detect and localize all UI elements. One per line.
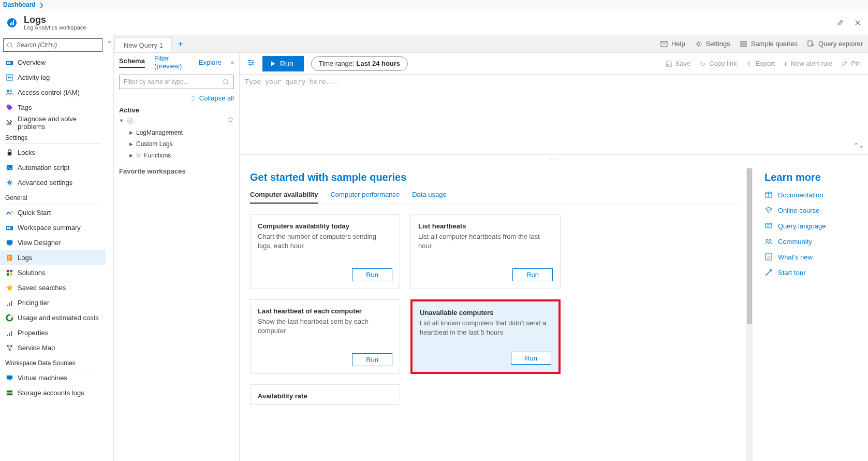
solutions-icon xyxy=(5,269,13,277)
time-range-value: Last 24 hours xyxy=(357,60,401,67)
sidebar-item-label: Access control (IAM) xyxy=(18,89,80,96)
sidebar-item-service-map[interactable]: Service Map xyxy=(0,340,106,355)
sidebar-item-label: Usage and estimated costs xyxy=(18,314,99,322)
learn-link-online-course[interactable]: Online course xyxy=(764,206,858,214)
workspace-icon xyxy=(5,16,19,30)
results-scrollbar[interactable] xyxy=(746,168,753,461)
page-title: Logs xyxy=(24,15,835,24)
svg-rect-26 xyxy=(7,305,8,306)
tab-new-query[interactable]: New Query 1 xyxy=(115,37,172,52)
learn-link-documentation[interactable]: Documentation xyxy=(764,191,858,199)
schema-tab-filter[interactable]: Filter (preview) xyxy=(154,54,189,70)
schema-tab-explore[interactable]: Explore xyxy=(199,59,222,66)
card-description: List all computer heartbeats from the la… xyxy=(418,232,553,251)
sidebar-collapse-icon[interactable]: « xyxy=(106,35,113,461)
svg-rect-20 xyxy=(8,244,10,246)
sidebar-item-logs[interactable]: Logs xyxy=(0,250,106,265)
favorite-star-icon[interactable] xyxy=(227,116,234,125)
card-run-button[interactable]: Run xyxy=(352,268,392,281)
sidebar-item-locks[interactable]: Locks xyxy=(0,145,106,160)
card-run-button[interactable]: Run xyxy=(511,352,551,365)
command-bar: Run Time range: Last 24 hours Save Copy … xyxy=(240,53,868,75)
sidebar-item-activity-log[interactable]: Activity log xyxy=(0,70,106,85)
schema-filter-input[interactable]: Filter by name or type... xyxy=(119,75,234,89)
sidebar-item-label: Workspace summary xyxy=(18,224,81,232)
sidebar-item-solutions[interactable]: Solutions xyxy=(0,265,106,280)
designer-icon xyxy=(5,239,13,247)
query-editor[interactable]: Type your query here... ⌃⌄ xyxy=(240,75,868,155)
svg-rect-25 xyxy=(10,273,12,276)
svg-point-50 xyxy=(250,64,252,66)
tab-data-usage[interactable]: Data usage xyxy=(412,191,447,204)
schema-node-custom-logs[interactable]: ▶Custom Logs xyxy=(119,138,234,150)
sidebar-item-label: Diagnose and solve problems xyxy=(18,115,106,131)
query-tabbar: New Query 1 + Help Settings Sample queri… xyxy=(114,35,868,53)
svg-rect-12 xyxy=(7,152,11,156)
close-icon[interactable] xyxy=(852,18,863,28)
sidebar-search-input[interactable]: Search (Ctrl+/) xyxy=(3,38,102,52)
pin-button[interactable]: Pin xyxy=(841,59,861,68)
svg-point-4 xyxy=(8,42,12,47)
query-explorer-link[interactable]: Query explorer xyxy=(807,40,863,48)
sidebar-item-pricing-tier[interactable]: Pricing tier xyxy=(0,295,106,310)
learn-link-community[interactable]: Community xyxy=(764,237,858,246)
sidebar-item-access-control-iam-[interactable]: Access control (IAM) xyxy=(0,85,106,100)
learn-link-what-s-new[interactable]: What's new xyxy=(764,253,858,261)
sidebar-item-tags[interactable]: Tags xyxy=(0,100,106,115)
new-alert-rule-button[interactable]: +New alert rule xyxy=(783,59,832,68)
sidebar-item-automation-script[interactable]: Automation script xyxy=(0,160,106,175)
sidebar-item-usage-and-estimated-costs[interactable]: Usage and estimated costs xyxy=(0,310,106,325)
time-range-label: Time range: xyxy=(319,60,355,67)
svg-rect-18 xyxy=(9,227,10,229)
svg-rect-32 xyxy=(11,331,12,336)
collapse-all-link[interactable]: Collapse all xyxy=(114,92,239,104)
learn-link-query-language[interactable]: Query language xyxy=(764,222,858,230)
breadcrumb-dashboard[interactable]: Dashboard xyxy=(3,1,36,8)
card-run-button[interactable]: Run xyxy=(352,353,392,366)
svg-rect-13 xyxy=(6,165,12,170)
tab-computer-availability[interactable]: Computer availability xyxy=(250,191,318,204)
run-button[interactable]: Run xyxy=(262,56,304,71)
tab-computer-performance[interactable]: Computer performance xyxy=(330,191,400,204)
settings-link[interactable]: Settings xyxy=(695,40,730,48)
page-subtitle: Log Analytics workspace xyxy=(24,24,835,31)
sidebar-item-label: Advanced settings xyxy=(18,179,72,186)
schema-collapse-icon[interactable]: « xyxy=(231,59,234,65)
svg-rect-17 xyxy=(7,227,8,229)
sidebar-section-settings: Settings xyxy=(0,130,106,142)
schema-node-functions[interactable]: ▶fxFunctions xyxy=(119,150,234,161)
svg-rect-45 xyxy=(808,41,812,46)
time-range-selector[interactable]: Time range: Last 24 hours xyxy=(311,56,408,71)
filter-settings-icon[interactable] xyxy=(247,59,255,68)
sidebar-item-workspace-summary[interactable]: Workspace summary xyxy=(0,220,106,235)
copy-link-button[interactable]: Copy link xyxy=(699,59,737,68)
sample-card-unavailable-computers: Unavailable computers List all known com… xyxy=(410,299,561,374)
help-link[interactable]: Help xyxy=(660,40,685,48)
sidebar-item-diagnose-and-solve-problems[interactable]: Diagnose and solve problems xyxy=(0,115,106,130)
sidebar-item-quick-start[interactable]: Quick Start xyxy=(0,205,106,220)
sidebar-item-storage-accounts-logs[interactable]: Storage accounts logs xyxy=(0,385,106,400)
splitter-handle[interactable]: · · · xyxy=(240,155,868,163)
pin-icon[interactable] xyxy=(835,18,845,28)
card-run-button[interactable]: Run xyxy=(512,268,553,281)
export-button[interactable]: Export xyxy=(745,59,775,68)
sidebar-item-view-designer[interactable]: View Designer xyxy=(0,235,106,250)
results-heading: Get started with sample queries xyxy=(250,171,741,183)
svg-rect-39 xyxy=(6,393,12,395)
sidebar-item-properties[interactable]: Properties xyxy=(0,325,106,340)
card-title: Last heartbeat of each computer xyxy=(258,307,392,315)
add-tab-icon[interactable]: + xyxy=(172,35,189,52)
save-button[interactable]: Save xyxy=(665,59,691,68)
sidebar-item-virtual-machines[interactable]: Virtual machines xyxy=(0,370,106,385)
svg-rect-38 xyxy=(6,391,12,393)
schema-node-logmanagement[interactable]: ▶LogManagement xyxy=(119,127,234,138)
expand-editor-icon[interactable]: ⌃⌄ xyxy=(854,142,864,149)
sidebar-item-advanced-settings[interactable]: Advanced settings xyxy=(0,175,106,190)
schema-tab-schema[interactable]: Schema xyxy=(119,57,145,68)
learn-link-start-tour[interactable]: Start tour xyxy=(764,268,858,277)
iam-icon xyxy=(5,89,13,97)
learn-more-heading: Learn more xyxy=(764,171,858,183)
sample-queries-link[interactable]: Sample queries xyxy=(740,40,798,48)
sidebar-item-saved-searches[interactable]: Saved searches xyxy=(0,280,106,295)
sidebar-item-overview[interactable]: Overview xyxy=(0,55,106,70)
